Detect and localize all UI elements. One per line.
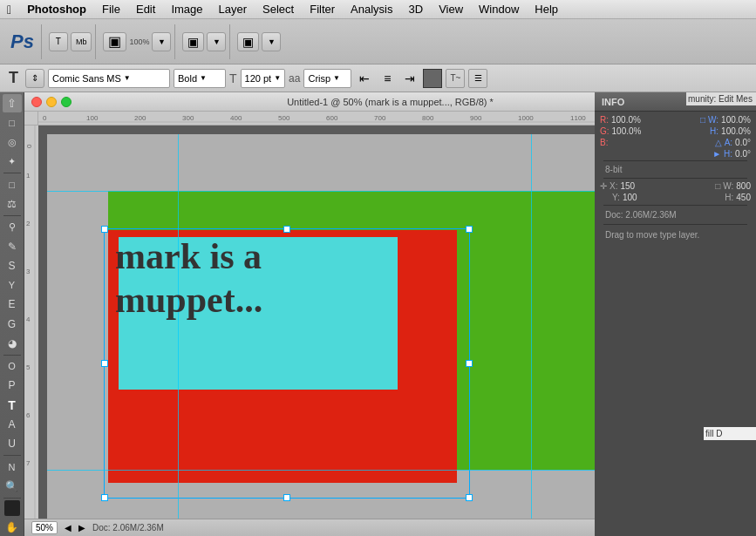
channels-arrow[interactable]: ▼ (262, 32, 281, 51)
info-h2-row: ► H: 0.0° (600, 149, 751, 159)
handle-bot-left[interactable] (101, 494, 108, 501)
tool-separator-1 (3, 173, 21, 173)
info-r-field: R: 100.0% (600, 115, 641, 125)
clone-stamp-btn[interactable]: S (3, 256, 22, 275)
toolbox: ⇧ □ ◎ ✦ □ ⚖ ⚲ ✎ S Y E G ◕ O P T A U N 🔍 … (0, 92, 24, 536)
gradient-tool-btn[interactable]: G (3, 315, 22, 333)
menu-image[interactable]: Image (164, 1, 209, 17)
eraser-btn[interactable]: E (3, 295, 22, 314)
fg-color-btn[interactable] (4, 500, 20, 515)
canvas-size-arrow[interactable]: ▼ (152, 32, 171, 51)
tool-presets-section: T Mb (45, 24, 97, 59)
status-bar: 50% ◀ ▶ Doc: 2.06M/2.36M (24, 519, 595, 536)
path-selection-btn[interactable]: A (3, 415, 22, 433)
menu-edit[interactable]: Edit (129, 1, 162, 17)
a-label: A: (725, 138, 732, 147)
apple-logo-icon[interactable]:  (7, 3, 11, 17)
h2-label: H: (724, 149, 732, 159)
w2-value: 800 (736, 181, 751, 191)
info-panel: INFO ☰ R: 100.0% □ W: 100.0% (595, 92, 756, 536)
menu-photoshop[interactable]: Photoshop (20, 1, 93, 17)
info-yh-row: Y: 100 H: 450 (600, 193, 751, 202)
info-g-field: G: 100.0% (600, 126, 641, 136)
history-brush-btn[interactable]: Y (3, 275, 22, 294)
info-h2-field: ► H: 0.0° (712, 149, 751, 159)
hand-tool-btn[interactable]: ✋ (3, 518, 22, 536)
handle-top-left[interactable] (101, 226, 108, 233)
menu-view[interactable]: View (432, 1, 470, 17)
info-b-field: B: (600, 138, 610, 147)
window-close-btn[interactable] (31, 97, 42, 107)
status-nav-left-icon[interactable]: ◀ (65, 523, 72, 533)
svg-text:200: 200 (134, 114, 146, 122)
menu-help[interactable]: Help (528, 1, 565, 17)
mode-btn[interactable]: ▣ (182, 32, 204, 51)
text-layer[interactable]: mark is a muppet... (115, 234, 403, 322)
align-center-btn[interactable]: ≡ (378, 69, 397, 88)
warp-text-btn[interactable]: T~ (446, 69, 465, 88)
menu-layer[interactable]: Layer (212, 1, 255, 17)
crop-tool-btn[interactable]: □ (3, 175, 22, 193)
dodge-tool-btn[interactable]: O (3, 357, 22, 376)
align-left-btn[interactable]: ⇤ (355, 69, 374, 88)
magic-wand-btn[interactable]: ✦ (3, 153, 22, 171)
menu-bar:  Photoshop File Edit Image Layer Select… (0, 0, 756, 19)
eyedropper-btn[interactable]: ⚖ (3, 194, 22, 213)
info-x-field: ✛ X: 150 (600, 181, 635, 191)
menu-3d[interactable]: 3D (402, 1, 431, 17)
mode-arrow[interactable]: ▼ (207, 32, 226, 51)
character-panel-btn[interactable]: ☰ (468, 69, 487, 88)
menu-window[interactable]: Window (472, 1, 526, 17)
healing-brush-btn[interactable]: ⚲ (3, 218, 22, 236)
w-value: 100.0% (721, 115, 751, 125)
g-label: G: (600, 126, 610, 136)
a-value: 0.0° (735, 138, 751, 147)
zoom-tool-btn[interactable]: 🔍 (3, 477, 22, 495)
menu-filter[interactable]: Filter (303, 1, 342, 17)
marquee-tool-btn[interactable]: □ (3, 113, 22, 132)
lasso-tool-btn[interactable]: ◎ (3, 133, 22, 152)
aa-dropdown-arrow-icon: ▼ (333, 74, 340, 82)
menu-analysis[interactable]: Analysis (344, 1, 399, 17)
h2-label-icon: ► (712, 149, 721, 159)
zoom-level-display[interactable]: 50% (31, 521, 58, 534)
anti-alias-dropdown[interactable]: Crisp ▼ (303, 69, 351, 88)
pen-tool-btn[interactable]: P (3, 377, 22, 395)
handle-bot-mid[interactable] (283, 494, 290, 501)
canvas-size-btn[interactable]: ▣ (103, 32, 126, 51)
crosshair-icon: ✛ (600, 181, 607, 191)
type-tool-btn[interactable]: T (3, 396, 22, 414)
info-doc-size: Doc: 2.06M/2.36M (600, 207, 751, 222)
status-nav-right-icon[interactable]: ▶ (78, 523, 85, 533)
tool-preset2-button[interactable]: Mb (71, 32, 92, 51)
channels-btn[interactable]: ▣ (237, 32, 259, 51)
type-orientation-btn[interactable]: ⇕ (25, 69, 44, 88)
menu-file[interactable]: File (95, 1, 127, 17)
h3-label: H: (725, 193, 733, 202)
window-minimize-btn[interactable] (46, 97, 57, 107)
menu-select[interactable]: Select (255, 1, 301, 17)
font-size-icon: T (229, 71, 237, 85)
move-tool-btn[interactable]: ⇧ (3, 94, 22, 112)
x-value: 150 (620, 181, 635, 191)
brush-tool-btn[interactable]: ✎ (3, 237, 22, 255)
svg-text:4: 4 (26, 315, 31, 323)
info-divider-4 (603, 224, 747, 225)
ps-logo-icon: Ps (7, 31, 37, 53)
font-size-dropdown[interactable]: 120 pt ▼ (241, 69, 286, 88)
handle-mid-left[interactable] (101, 360, 108, 367)
window-maximize-btn[interactable] (61, 97, 72, 107)
window-title: Untitled-1 @ 50% (mark is a muppet..., R… (287, 97, 494, 107)
blur-tool-btn[interactable]: ◕ (3, 334, 22, 352)
align-right-btn[interactable]: ⇥ (400, 69, 419, 88)
text-color-swatch[interactable] (423, 69, 442, 88)
w2-icon: □ (715, 181, 720, 191)
font-family-dropdown[interactable]: Comic Sans MS ▼ (48, 69, 170, 88)
notes-tool-btn[interactable]: N (3, 458, 22, 476)
font-style-dropdown[interactable]: Bold ▼ (174, 69, 226, 88)
handle-bot-right[interactable] (466, 494, 473, 501)
shape-tool-btn[interactable]: U (3, 435, 22, 453)
svg-text:6: 6 (26, 411, 31, 419)
canvas-viewport[interactable]: mark is a muppet... (38, 126, 595, 519)
tool-preset-button[interactable]: T (49, 32, 68, 51)
